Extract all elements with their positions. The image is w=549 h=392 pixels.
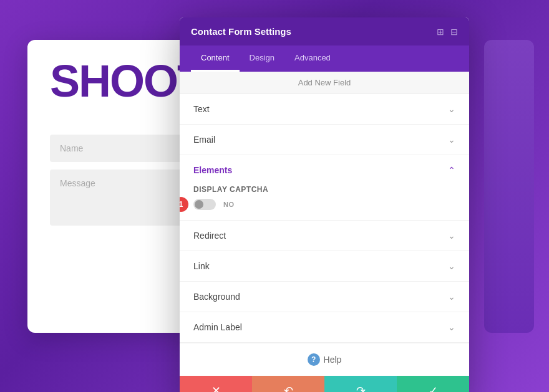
elements-header[interactable]: Elements ⌃	[180, 155, 469, 180]
chevron-redirect: ⌄	[448, 231, 455, 241]
tab-design[interactable]: Design	[240, 45, 284, 72]
step-badge: 1	[180, 197, 188, 212]
accordion-label-redirect: Redirect	[193, 231, 226, 241]
save-button[interactable]: ✓	[397, 376, 469, 392]
help-button[interactable]: ? Help	[308, 353, 342, 366]
display-captcha-label: Display Captcha	[193, 185, 455, 194]
modal-icon-grid[interactable]: ⊞	[437, 27, 444, 37]
chevron-link: ⌄	[448, 261, 455, 271]
accordion-row-email[interactable]: Email ⌄	[180, 125, 469, 155]
modal-icon-split[interactable]: ⊟	[450, 27, 458, 37]
modal-footer: ✕ ↶ ↷ ✓	[180, 376, 469, 392]
step-number: 1	[180, 200, 183, 209]
accordion-row-elements: Elements ⌃ Display Captcha 1 NO	[180, 155, 469, 221]
toggle-thumb	[195, 200, 203, 209]
reset-button[interactable]: ↶	[252, 376, 324, 392]
chevron-text: ⌄	[448, 104, 455, 114]
accordion-label-admin: Admin Label	[193, 322, 242, 332]
tab-advanced[interactable]: Advanced	[284, 45, 341, 72]
captcha-toggle[interactable]	[193, 199, 216, 210]
tab-content[interactable]: Content	[191, 45, 240, 72]
add-new-field-label: Add New Field	[298, 78, 351, 87]
accordion-row-link[interactable]: Link ⌄	[180, 251, 469, 282]
chevron-elements: ⌃	[448, 165, 455, 175]
chevron-background: ⌄	[448, 292, 455, 302]
accordion-label-text: Text	[193, 104, 210, 114]
modal-tabs: Content Design Advanced	[180, 45, 469, 72]
toggle-track	[193, 199, 216, 210]
accordion-row-text[interactable]: Text ⌄	[180, 94, 469, 125]
accordion-row-background[interactable]: Background ⌄	[180, 282, 469, 312]
contact-form-settings-modal: Contact Form Settings ⊞ ⊟ Content Design…	[180, 17, 469, 392]
chevron-admin: ⌄	[448, 322, 455, 332]
accordion-label-elements: Elements	[193, 165, 232, 175]
modal-header: Contact Form Settings ⊞ ⊟	[180, 17, 469, 45]
help-icon: ?	[308, 353, 320, 366]
accordion-label-link: Link	[193, 261, 210, 271]
chevron-email: ⌄	[448, 135, 455, 145]
cancel-button[interactable]: ✕	[180, 376, 252, 392]
modal-header-icons: ⊞ ⊟	[437, 27, 458, 37]
accordion-row-redirect[interactable]: Redirect ⌄	[180, 221, 469, 251]
help-label: Help	[324, 355, 342, 365]
toggle-no-label: NO	[223, 201, 235, 208]
elements-content: Display Captcha 1 NO	[180, 180, 469, 220]
modal-body: Text ⌄ Email ⌄ Elements ⌃ Display Captch…	[180, 94, 469, 376]
accordion-label-background: Background	[193, 292, 240, 302]
right-accent-card	[484, 40, 534, 333]
modal-title: Contact Form Settings	[191, 26, 291, 37]
add-new-field-bar[interactable]: Add New Field	[180, 72, 469, 94]
redo-button[interactable]: ↷	[324, 376, 397, 392]
toggle-row: 1 NO	[193, 199, 455, 210]
accordion-row-admin-label[interactable]: Admin Label ⌄	[180, 312, 469, 343]
modal-help-section: ? Help	[180, 343, 469, 376]
accordion-label-email: Email	[193, 135, 215, 145]
